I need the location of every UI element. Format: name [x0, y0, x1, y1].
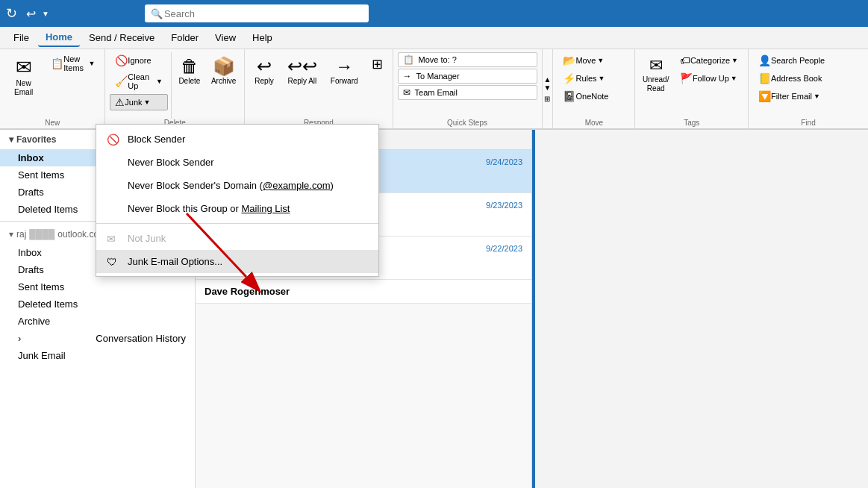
move-button[interactable]: 📂 Move ▼ — [558, 52, 630, 69]
sidebar-item-deleted-account[interactable]: Deleted Items — [0, 295, 195, 313]
new-items-label: New Items — [63, 54, 87, 72]
ribbon-new-section: ✉ New Email 📋 New Items ▼ New — [0, 49, 105, 128]
address-book-label: Address Book — [771, 74, 822, 83]
sidebar-item-junk-email[interactable]: Junk Email — [0, 347, 195, 364]
drafts-account-label: Drafts — [18, 264, 44, 275]
rules-button[interactable]: ⚡ Rules ▼ — [558, 70, 630, 87]
team-email-icon: ✉ — [403, 87, 410, 98]
cleanup-icon: 🧹 — [115, 75, 128, 87]
chevron-down-account-icon: ▾ — [9, 229, 13, 240]
unread-read-icon: ✉ — [649, 56, 663, 75]
junk-email-label: Junk Email — [18, 350, 66, 361]
dropdown-never-block-sender[interactable]: Never Block Sender — [96, 151, 378, 174]
search-wrapper: 🔍 — [145, 4, 369, 22]
reply-all-label: Reply All — [287, 77, 316, 86]
sidebar-item-sent-account[interactable]: Sent Items — [0, 278, 195, 295]
menu-send-receive[interactable]: Send / Receive — [81, 29, 162, 46]
undo-dropdown-icon[interactable]: ▼ — [42, 10, 49, 18]
cleanup-button[interactable]: 🧹 Clean Up ▼ — [110, 70, 167, 93]
move-arrow-icon: ▼ — [597, 57, 604, 64]
never-block-group-label: Never Block this Group or Mailing List — [128, 203, 290, 214]
search-people-icon: 👤 — [758, 54, 771, 66]
inbox-favorites-label: Inbox — [18, 152, 44, 163]
email-item-3[interactable]: Dave Rogenmoser — [196, 280, 531, 304]
quick-step-team-email[interactable]: ✉ Team Email — [398, 85, 537, 100]
menu-home[interactable]: Home — [38, 28, 80, 47]
quick-step-to-manager[interactable]: → To Manager — [398, 69, 537, 84]
rules-icon: ⚡ — [563, 72, 575, 84]
forward-icon: → — [335, 56, 353, 77]
menu-file[interactable]: File — [6, 29, 37, 46]
delete-button[interactable]: 🗑 Delete — [175, 52, 204, 119]
move-section-label: Move — [558, 119, 630, 128]
favorites-label: Favorites — [16, 134, 56, 145]
refresh-icon[interactable]: ↻ — [6, 5, 17, 22]
menu-help[interactable]: Help — [245, 29, 280, 46]
drafts-favorites-label: Drafts — [18, 187, 44, 198]
address-book-button[interactable]: 📒 Address Book — [753, 70, 864, 87]
new-email-button[interactable]: ✉ New Email — [4, 52, 43, 119]
new-items-button[interactable]: 📋 New Items ▼ — [46, 52, 100, 75]
unread-read-button[interactable]: ✉ Unread/ Read — [640, 52, 671, 119]
onenote-button[interactable]: 📓 OneNote — [558, 88, 630, 104]
conversation-history-chevron-icon: › — [18, 333, 21, 344]
new-email-label: New Email — [10, 79, 37, 97]
rules-arrow-icon: ▼ — [599, 75, 605, 82]
not-junk-label: Not Junk — [128, 233, 166, 244]
dropdown-not-junk: ✉ Not Junk — [96, 227, 378, 250]
menu-view[interactable]: View — [207, 29, 243, 46]
junk-button[interactable]: ⚠ Junk ▼ — [110, 94, 167, 110]
dropdown-never-block-domain[interactable]: Never Block Sender's Domain (@example.co… — [96, 174, 378, 197]
ribbon-quick-steps-section: 📋 Move to: ? → To Manager ✉ Team Email Q… — [393, 49, 543, 128]
new-email-icon: ✉ — [16, 56, 32, 79]
quick-steps-more[interactable]: ⊞ — [544, 95, 552, 103]
filter-email-button[interactable]: 🔽 Filter Email ▼ — [753, 88, 864, 104]
search-people-label: Search People — [771, 56, 825, 65]
cleanup-label: Clean Up — [128, 72, 154, 90]
undo-icon[interactable]: ↩ — [26, 7, 36, 21]
follow-up-button[interactable]: 🚩 Follow Up ▼ — [675, 70, 743, 87]
menu-bar: File Home Send / Receive Folder View Hel… — [0, 27, 868, 49]
quick-step-move-to[interactable]: 📋 Move to: ? — [398, 52, 537, 67]
move-label: Move — [575, 56, 596, 65]
reading-pane — [532, 130, 868, 488]
ignore-button[interactable]: 🚫 Ignore — [110, 52, 167, 69]
more-respond-icon: ⊞ — [372, 56, 383, 72]
rules-label: Rules — [575, 74, 596, 83]
reply-button[interactable]: ↩ Reply — [249, 52, 279, 119]
dropdown-block-sender[interactable]: 🚫 Block Sender — [96, 128, 378, 151]
email-date-0: 9/24/2023 — [486, 157, 522, 166]
quick-steps-scroll-up[interactable]: ▲ — [544, 75, 552, 84]
menu-folder[interactable]: Folder — [163, 29, 206, 46]
never-block-sender-label: Never Block Sender — [128, 157, 214, 168]
favorites-chevron-icon: ▾ — [9, 134, 13, 145]
dropdown-never-block-group[interactable]: Never Block this Group or Mailing List — [96, 197, 378, 220]
filter-email-icon: 🔽 — [758, 90, 771, 102]
more-respond-button[interactable]: ⊞ — [366, 52, 388, 119]
ribbon-respond-section: ↩ Reply ↩↩ Reply All → Forward ⊞ Respond — [245, 49, 393, 128]
follow-up-label: Follow Up — [693, 74, 729, 83]
quick-steps-scroll-down[interactable]: ▼ — [544, 84, 552, 92]
sidebar-item-conversation-history[interactable]: › Conversation History — [0, 330, 195, 347]
search-input[interactable] — [145, 4, 369, 22]
follow-up-icon: 🚩 — [680, 72, 693, 84]
reply-all-button[interactable]: ↩↩ Reply All — [282, 52, 322, 119]
quick-step-move-to-label: Move to: ? — [419, 55, 457, 64]
dropdown-junk-options[interactable]: 🛡 Junk E-mail Options... — [96, 250, 378, 273]
dropdown-divider-1 — [96, 223, 378, 224]
email-date-1: 9/23/2023 — [486, 201, 522, 210]
ribbon: ✉ New Email 📋 New Items ▼ New 🚫 Ignore — [0, 49, 868, 130]
search-people-button[interactable]: 👤 Search People — [753, 52, 864, 69]
reply-icon: ↩ — [257, 56, 272, 77]
categorize-arrow-icon: ▼ — [731, 57, 738, 64]
junk-options-icon: 🛡 — [107, 256, 117, 268]
move-to-icon: 📋 — [403, 54, 414, 65]
categorize-button[interactable]: 🏷 Categorize ▼ — [675, 52, 743, 69]
to-manager-icon: → — [403, 71, 412, 81]
quick-step-team-email-label: Team Email — [415, 88, 458, 97]
quick-step-to-manager-label: To Manager — [416, 72, 460, 81]
archive-button[interactable]: 📦 Archive — [207, 52, 240, 119]
ribbon-move-section: 📂 Move ▼ ⚡ Rules ▼ 📓 OneNote Move — [553, 49, 635, 128]
sidebar-item-archive[interactable]: Archive — [0, 313, 195, 330]
forward-button[interactable]: → Forward — [325, 52, 363, 119]
